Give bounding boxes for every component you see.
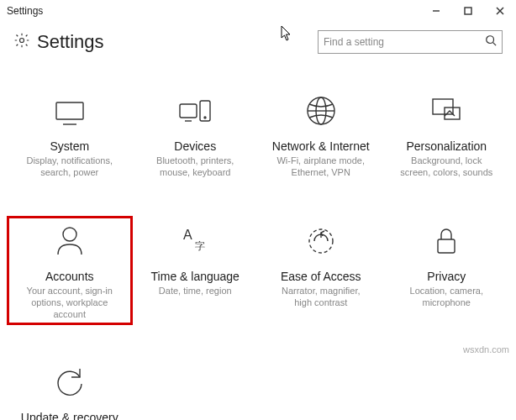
content-grid: System Display, notifications, search, p… bbox=[0, 62, 516, 420]
gear-icon bbox=[13, 32, 30, 52]
tile-network[interactable]: Network & Internet Wi-Fi, airplane mode,… bbox=[258, 86, 384, 184]
minimize-button[interactable] bbox=[420, 0, 452, 22]
svg-point-5 bbox=[487, 36, 494, 44]
tile-system[interactable]: System Display, notifications, search, p… bbox=[7, 86, 133, 184]
titlebar: Settings bbox=[0, 0, 516, 22]
update-icon bbox=[50, 362, 90, 402]
watermark: wsxdn.com bbox=[463, 344, 509, 354]
svg-rect-9 bbox=[180, 104, 197, 118]
tile-label: Devices bbox=[174, 139, 216, 153]
tile-update[interactable]: Update & recovery Windows Update, backup… bbox=[7, 357, 133, 420]
tile-desc: Your account, sign-in options, workplace… bbox=[27, 285, 113, 321]
svg-rect-1 bbox=[465, 8, 471, 14]
tile-desc: Display, notifications, search, power bbox=[26, 155, 113, 179]
page-title: Settings bbox=[37, 31, 104, 53]
window-title: Settings bbox=[7, 5, 43, 17]
tile-label: Privacy bbox=[427, 270, 466, 283]
tile-time[interactable]: A字 Time & language Date, time, region bbox=[133, 216, 259, 326]
svg-text:字: 字 bbox=[195, 240, 205, 252]
network-icon bbox=[301, 91, 341, 131]
search-box[interactable] bbox=[318, 30, 503, 54]
personalization-icon bbox=[426, 91, 466, 131]
tile-ease[interactable]: Ease of Access Narrator, magnifier, high… bbox=[258, 216, 384, 326]
tile-label: Network & Internet bbox=[272, 139, 370, 153]
svg-point-11 bbox=[204, 117, 206, 118]
tile-desc: Wi-Fi, airplane mode, Ethernet, VPN bbox=[276, 155, 365, 179]
search-input[interactable] bbox=[324, 31, 480, 53]
devices-icon bbox=[175, 91, 215, 131]
svg-text:A: A bbox=[183, 228, 192, 242]
tile-label: System bbox=[50, 139, 89, 153]
close-button[interactable] bbox=[484, 0, 516, 22]
ease-icon bbox=[301, 221, 341, 261]
tile-privacy[interactable]: Privacy Location, camera, microphone bbox=[384, 216, 510, 326]
system-icon bbox=[50, 91, 90, 131]
svg-point-4 bbox=[20, 39, 24, 43]
tile-label: Personalization bbox=[406, 139, 487, 153]
tile-label: Update & recovery bbox=[21, 411, 118, 420]
tile-desc: Bluetooth, printers, mouse, keyboard bbox=[156, 155, 234, 179]
tile-accounts[interactable]: Accounts Your account, sign-in options, … bbox=[7, 216, 133, 326]
time-icon: A字 bbox=[175, 221, 215, 261]
tile-desc: Date, time, region bbox=[159, 285, 232, 297]
tile-label: Ease of Access bbox=[281, 270, 361, 283]
tile-desc: Background, lock screen, colors, sounds bbox=[400, 155, 492, 179]
svg-line-6 bbox=[493, 43, 497, 46]
search-icon bbox=[485, 34, 497, 50]
tile-devices[interactable]: Devices Bluetooth, printers, mouse, keyb… bbox=[133, 86, 259, 184]
tile-label: Accounts bbox=[45, 270, 94, 283]
tile-desc: Narrator, magnifier, high contrast bbox=[282, 285, 361, 309]
svg-rect-23 bbox=[438, 239, 455, 253]
svg-rect-7 bbox=[56, 102, 83, 119]
tile-label: Time & language bbox=[151, 270, 240, 283]
maximize-button[interactable] bbox=[452, 0, 484, 22]
tile-desc: Location, camera, microphone bbox=[410, 285, 483, 309]
tile-personalization[interactable]: Personalization Background, lock screen,… bbox=[384, 86, 510, 184]
accounts-icon bbox=[50, 221, 90, 261]
privacy-icon bbox=[426, 221, 466, 261]
header: Settings bbox=[0, 22, 516, 62]
svg-point-18 bbox=[63, 228, 76, 241]
